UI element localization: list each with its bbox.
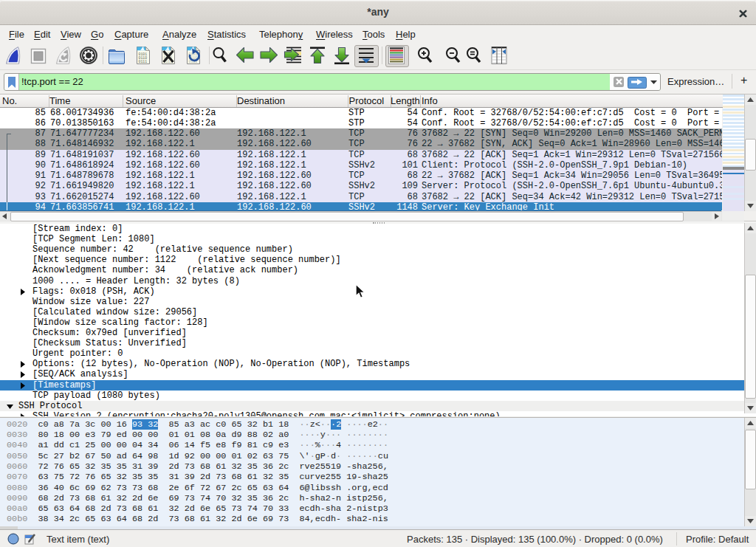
svg-text:0111: 0111 <box>139 60 148 63</box>
